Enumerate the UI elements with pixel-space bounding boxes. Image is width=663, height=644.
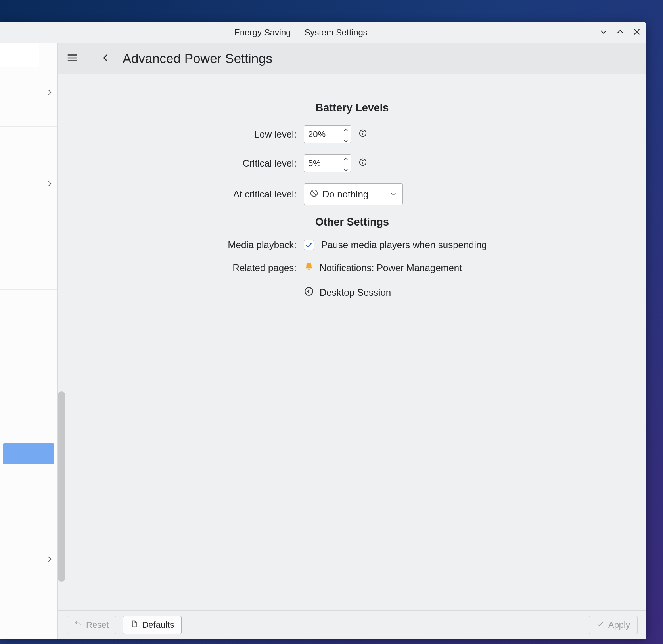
battery-levels-heading: Battery Levels — [162, 102, 542, 114]
svg-line-12 — [312, 191, 316, 196]
info-icon[interactable] — [358, 129, 367, 140]
low-level-label: Low level: — [162, 129, 297, 140]
window-minimize-button[interactable] — [598, 27, 609, 38]
spin-up-icon[interactable] — [343, 123, 349, 134]
close-icon — [632, 27, 641, 38]
related-link-notifications-text: Notifications: Power Management — [320, 263, 462, 274]
related-link-notifications[interactable]: Notifications: Power Management — [304, 262, 462, 274]
page-title: Advanced Power Settings — [123, 51, 272, 66]
low-level-row: Low level: 20% — [162, 125, 542, 143]
hamburger-button[interactable] — [63, 50, 81, 67]
critical-level-spinbox[interactable]: 5% — [304, 154, 351, 172]
spin-up-icon[interactable] — [343, 152, 349, 163]
critical-level-row: Critical level: 5% — [162, 154, 542, 172]
defaults-button[interactable]: Defaults — [123, 616, 182, 634]
settings-scroll[interactable]: Battery Levels Low level: 20% — [58, 74, 646, 610]
toolbar-divider — [89, 45, 89, 73]
window-controls — [598, 27, 642, 38]
main-area: Advanced Power Settings Battery Levels L… — [0, 43, 646, 639]
related-pages-row: Related pages: Notifications: Power Mana… — [162, 262, 542, 305]
spin-down-icon[interactable] — [343, 163, 349, 174]
window-maximize-button[interactable] — [615, 27, 626, 38]
window-title: Energy Saving — System Settings — [4, 27, 598, 38]
sidebar-category-row[interactable] — [0, 550, 57, 570]
chevron-down-icon — [390, 189, 397, 200]
document-icon — [130, 620, 138, 630]
apply-button: Apply — [589, 616, 638, 634]
info-icon[interactable] — [358, 158, 367, 169]
related-link-desktop-text: Desktop Session — [320, 287, 391, 298]
other-settings-heading: Other Settings — [162, 216, 542, 228]
sidebar-category-row[interactable] — [0, 83, 57, 103]
settings-window: Energy Saving — System Settings — [0, 22, 646, 639]
svg-point-7 — [362, 131, 363, 132]
chevron-down-icon — [599, 27, 608, 38]
chevron-right-icon — [46, 180, 54, 189]
at-critical-label: At critical level: — [162, 189, 297, 200]
content-pane: Advanced Power Settings Battery Levels L… — [58, 43, 646, 639]
at-critical-row: At critical level: Do nothing — [162, 183, 542, 205]
window-close-button[interactable] — [631, 27, 642, 38]
chevron-up-icon — [616, 27, 625, 38]
hamburger-icon — [66, 52, 78, 65]
form: Battery Levels Low level: 20% — [162, 102, 542, 305]
spin-down-icon[interactable] — [343, 134, 349, 146]
back-button[interactable] — [97, 50, 115, 67]
chevron-left-icon — [100, 52, 112, 65]
low-level-value: 20% — [308, 129, 340, 140]
related-link-desktop-session[interactable]: Desktop Session — [304, 286, 391, 299]
logout-icon — [304, 286, 314, 299]
check-icon — [596, 620, 604, 630]
apply-label: Apply — [608, 620, 630, 630]
sidebar-category-row[interactable] — [0, 174, 57, 194]
defaults-label: Defaults — [142, 620, 174, 630]
bell-icon — [304, 262, 314, 274]
sidebar-item-selected[interactable] — [3, 443, 54, 464]
svg-point-13 — [305, 288, 313, 295]
titlebar: Energy Saving — System Settings — [0, 22, 646, 43]
at-critical-value: Do nothing — [322, 189, 368, 200]
critical-level-value: 5% — [308, 158, 340, 169]
reset-button: Reset — [67, 616, 116, 634]
pause-media-label: Pause media players when suspending — [321, 240, 487, 251]
footer: Reset Defaults Apply — [58, 610, 646, 639]
scrollbar-thumb[interactable] — [58, 391, 65, 582]
sidebar-search-fragment[interactable] — [0, 43, 39, 67]
reset-label: Reset — [86, 620, 109, 630]
media-playback-row: Media playback: Pause media players when… — [162, 240, 542, 251]
media-playback-label: Media playback: — [162, 240, 297, 251]
svg-point-10 — [362, 160, 363, 161]
critical-level-label: Critical level: — [162, 158, 297, 169]
chevron-right-icon — [46, 88, 54, 98]
related-pages-label: Related pages: — [162, 262, 297, 274]
at-critical-combobox[interactable]: Do nothing — [304, 183, 403, 205]
page-toolbar: Advanced Power Settings — [58, 43, 646, 74]
ban-icon — [310, 189, 318, 200]
undo-icon — [74, 620, 82, 630]
chevron-right-icon — [46, 555, 54, 565]
pause-media-checkbox[interactable] — [304, 240, 314, 250]
sidebar — [0, 43, 58, 639]
low-level-spinbox[interactable]: 20% — [304, 125, 351, 143]
